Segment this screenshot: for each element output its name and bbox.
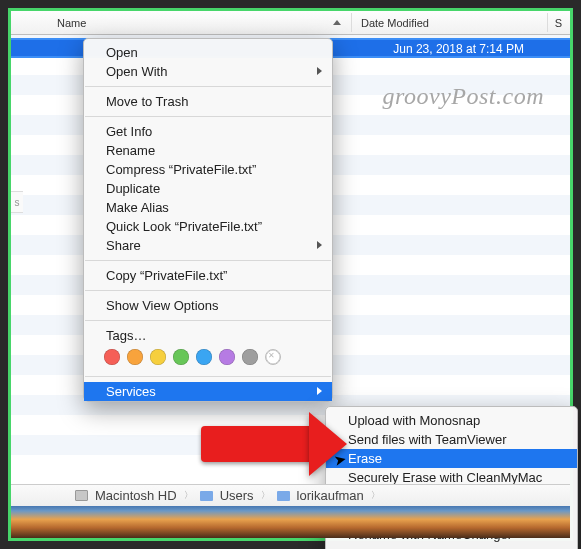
- path-seg-users[interactable]: Users: [220, 488, 254, 503]
- menu-share[interactable]: Share: [84, 236, 332, 255]
- menu-open[interactable]: Open: [84, 43, 332, 62]
- chevron-right-icon: 〉: [184, 489, 193, 502]
- path-seg-user[interactable]: lorikaufman: [297, 488, 364, 503]
- column-header[interactable]: Name Date Modified S: [11, 11, 570, 35]
- tag-row: [84, 345, 332, 371]
- svc-reveal-windows[interactable]: Reveal in Windows: [326, 544, 577, 549]
- menu-tags-label[interactable]: Tags…: [84, 326, 332, 345]
- folder-icon: [277, 491, 290, 501]
- menu-quick-look[interactable]: Quick Look “PrivateFile.txt”: [84, 217, 332, 236]
- path-seg-hd[interactable]: Macintosh HD: [95, 488, 177, 503]
- svc-upload-monosnap[interactable]: Upload with Monosnap: [326, 411, 577, 430]
- chevron-right-icon: 〉: [371, 489, 380, 502]
- tag-orange[interactable]: [127, 349, 143, 365]
- context-menu[interactable]: Open Open With Move to Trash Get Info Re…: [83, 38, 333, 402]
- tag-blue[interactable]: [196, 349, 212, 365]
- tag-gray[interactable]: [242, 349, 258, 365]
- desktop-background: [11, 504, 570, 538]
- menu-separator: [85, 320, 331, 321]
- svc-erase[interactable]: Erase: [326, 449, 577, 468]
- menu-compress[interactable]: Compress “PrivateFile.txt”: [84, 160, 332, 179]
- tag-none[interactable]: [265, 349, 281, 365]
- chevron-right-icon: [317, 387, 322, 395]
- menu-separator: [85, 260, 331, 261]
- col-name[interactable]: Name: [57, 17, 86, 29]
- menu-duplicate[interactable]: Duplicate: [84, 179, 332, 198]
- menu-move-to-trash[interactable]: Move to Trash: [84, 92, 332, 111]
- sort-asc-icon: [333, 20, 341, 25]
- col-size[interactable]: S: [555, 17, 562, 29]
- menu-get-info[interactable]: Get Info: [84, 122, 332, 141]
- menu-separator: [85, 376, 331, 377]
- menu-rename[interactable]: Rename: [84, 141, 332, 160]
- sidebar-stub: s: [11, 191, 23, 213]
- header-divider: [547, 13, 548, 32]
- tag-red[interactable]: [104, 349, 120, 365]
- menu-services[interactable]: Services: [84, 382, 332, 401]
- menu-separator: [85, 86, 331, 87]
- chevron-right-icon: 〉: [261, 489, 270, 502]
- col-date-modified[interactable]: Date Modified: [361, 17, 429, 29]
- finder-window: Name Date Modified S Jun 23, 2018 at 7:1…: [8, 8, 573, 541]
- tag-green[interactable]: [173, 349, 189, 365]
- menu-label: Open With: [106, 64, 167, 79]
- hd-icon: [75, 490, 88, 501]
- svc-teamviewer[interactable]: Send files with TeamViewer: [326, 430, 577, 449]
- menu-label: Share: [106, 238, 141, 253]
- row-date-modified: Jun 23, 2018 at 7:14 PM: [393, 42, 524, 56]
- tag-purple[interactable]: [219, 349, 235, 365]
- menu-copy[interactable]: Copy “PrivateFile.txt”: [84, 266, 332, 285]
- menu-open-with[interactable]: Open With: [84, 62, 332, 81]
- header-divider: [351, 13, 352, 32]
- folder-icon: [200, 491, 213, 501]
- menu-separator: [85, 290, 331, 291]
- tag-yellow[interactable]: [150, 349, 166, 365]
- menu-make-alias[interactable]: Make Alias: [84, 198, 332, 217]
- menu-label: Services: [106, 384, 156, 399]
- menu-view-options[interactable]: Show View Options: [84, 296, 332, 315]
- path-bar[interactable]: Macintosh HD 〉 Users 〉 lorikaufman 〉: [11, 484, 570, 506]
- chevron-right-icon: [317, 67, 322, 75]
- menu-separator: [85, 116, 331, 117]
- chevron-right-icon: [317, 241, 322, 249]
